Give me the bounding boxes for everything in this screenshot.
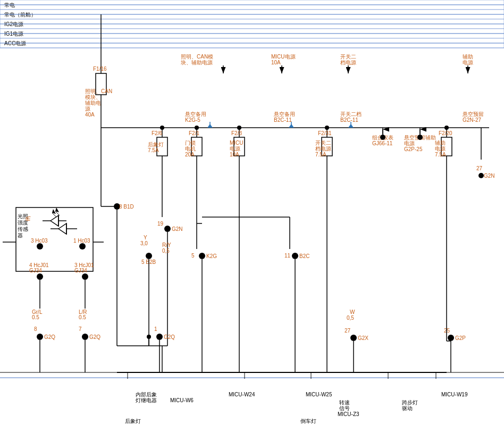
label-b2c11-2: B2C-11 (274, 117, 292, 123)
conn-8-g2q (37, 334, 43, 340)
label-switch2: 开关二 (340, 54, 356, 60)
label-micu-power2: 10A (271, 60, 281, 65)
arrow-b2c11 (289, 124, 294, 128)
label-ry-wire: R/Y (162, 242, 171, 248)
label-7-g2q: 7 (79, 326, 82, 332)
label-micu-w24: MICU-W24 (229, 392, 255, 397)
conn-5-k2g (199, 253, 205, 259)
label-27-g2x: 27 (345, 328, 351, 334)
conn-1-g2q-label: G2Q (164, 334, 175, 340)
label-b1d: 8 B1D (119, 204, 134, 210)
dot-450-bus (237, 126, 241, 130)
label-span-drive1: 跨步灯 (402, 400, 418, 405)
conn-b2b (146, 253, 152, 259)
label-micu-w6-module: 内部后象 (136, 392, 157, 397)
fuse-f2-20-label: F2/20 (439, 130, 452, 136)
label-grl-2: 0.5 (32, 314, 39, 320)
label-zhaomin-can: 照明、CAN模 (181, 54, 213, 60)
label-y-wire2: 3,0 (140, 240, 148, 246)
fuse-f2-1-label: F2/1 (189, 130, 199, 136)
conn-7-g2q (82, 334, 88, 340)
fuse-f2-1-sub3: 20A (185, 152, 195, 157)
label-aux-power: 辅助 (463, 54, 473, 60)
label-y-wire: Y (144, 235, 147, 240)
label-micu-z3-1: 转速 (339, 400, 350, 405)
label-micu-w6: MICU-W6 (170, 397, 194, 403)
label-g2p25-2: 电源 (404, 140, 415, 146)
dot-305-bus (160, 126, 164, 130)
label-g2n27-2: G2N-27 (463, 117, 481, 123)
label-micu-z3-2: 信号 (339, 405, 350, 411)
diode1 (51, 215, 58, 226)
conn-hc03-1 (79, 243, 86, 250)
fuse-f2-20-sub3: 7.5A (435, 152, 446, 157)
conn-19-g2n-label: G2N (172, 226, 183, 232)
fuse-f1-16-sub1: 照明、CAN (85, 88, 112, 94)
label-zhaomin-can2: 块、辅助电源 (180, 60, 213, 65)
fuse-f2-3-label: F2/3 (231, 130, 242, 136)
label-gj66-2: GJ66-11 (372, 140, 393, 146)
label-8-g2q: 8 (34, 326, 37, 332)
fuse-f2-6-sub1: 后象灯 (148, 142, 164, 147)
label-dao-che-deng: 倒车灯 (300, 418, 316, 424)
label-g2p25-3: G2P-25 (404, 146, 423, 152)
label-switch-b2c: 开关二档 (340, 111, 362, 117)
arrow-switch-b2c (348, 124, 354, 128)
label-hou-xiang-deng: 后象灯 (125, 418, 141, 424)
label-aux-power2: 电源 (463, 60, 473, 65)
fuse-f1-16-sub3: 辅助电 (85, 100, 101, 106)
label-g2n27: 悬空预留 (462, 111, 484, 117)
label-micu-w6-module2: 灯继电器 (136, 397, 157, 403)
conn-27-g2x (350, 335, 357, 341)
fuse-f2-31-label: F2/31 (318, 130, 332, 136)
fuse-f2-20-sub2: 电源 (435, 146, 446, 152)
fuse-f2-31-sub2: 档电源 (315, 146, 331, 152)
label-ry-wire2: 0,5 (162, 248, 170, 254)
conn-7-g2q-label: G2Q (89, 334, 100, 340)
conn-g2n27 (478, 173, 484, 178)
fuse-f2-3-sub1: MICU (230, 140, 243, 146)
fuse-f1-16-sub2: 模块、 (85, 94, 101, 100)
fuse-f1-16-label: F1/16 (93, 66, 107, 72)
conn-g2p25 (417, 135, 423, 140)
label-11-b2c: 11 (284, 253, 291, 259)
fuse-f1-16-sub5: 40A (85, 112, 95, 118)
fuse-f1-16-sub4: 源 (85, 106, 90, 112)
arrow-k2g5 (207, 124, 213, 128)
label-27-g2n: 27 (476, 165, 483, 171)
conn-19-g2n (164, 226, 171, 232)
label-gj34-3: GJ34 (74, 268, 87, 273)
diode2 (58, 223, 66, 234)
fuse-f2-1-sub2: 电机 (185, 146, 196, 152)
dot-840-bus (444, 126, 449, 130)
conn-gj66 (380, 135, 385, 140)
label-gj34-4: GJ34 (29, 268, 42, 273)
label-switch2-2: 档电源 (340, 60, 356, 65)
label-k2g5-2: K2G-5 (185, 117, 200, 123)
label-w-wire: W (350, 309, 355, 315)
svg-line-63 (52, 213, 56, 217)
conn-11-b2c (292, 253, 298, 259)
svg-line-64 (55, 211, 60, 215)
conn-8-g2q-label: G2Q (44, 334, 55, 340)
conn-27-g2x-label: G2X (358, 335, 368, 341)
conn-g2n27-label: G2N (484, 173, 495, 179)
label-5-k2g: 5 (191, 253, 195, 259)
label-micu-power: MICU电源 (271, 54, 296, 60)
fuse-f2-6-sub2: 7.5A (148, 147, 159, 153)
label-k2g5: 悬空备用 (184, 111, 206, 117)
label-25-g2p: 25 (444, 328, 450, 334)
fuse-f2-31-sub3: 7.5A (315, 152, 326, 157)
fuse-f2-1-sub1: 门锁 (185, 140, 196, 146)
conn-25-g2p (448, 335, 454, 341)
fuse-f2-6-label: F2/6 (152, 130, 162, 136)
label-micu-w25: MICU-W25 (306, 392, 332, 397)
label-micu-w19: MICU-W19 (441, 392, 468, 397)
conn-hc03-3-left (37, 243, 43, 250)
label-19-g2n: 19 (157, 221, 164, 227)
label-hc03-3-left: 3 Hc03 (31, 238, 48, 244)
dot-370-bus (195, 126, 199, 130)
diagram-container: 常电 常电（前舱） IG2电源 IG1电源 ACC电源 F1/16 照明、CAN… (0, 0, 504, 432)
label-lr-2: 0.5 (79, 314, 86, 320)
label-w-wire2: 0,5 (347, 315, 354, 321)
